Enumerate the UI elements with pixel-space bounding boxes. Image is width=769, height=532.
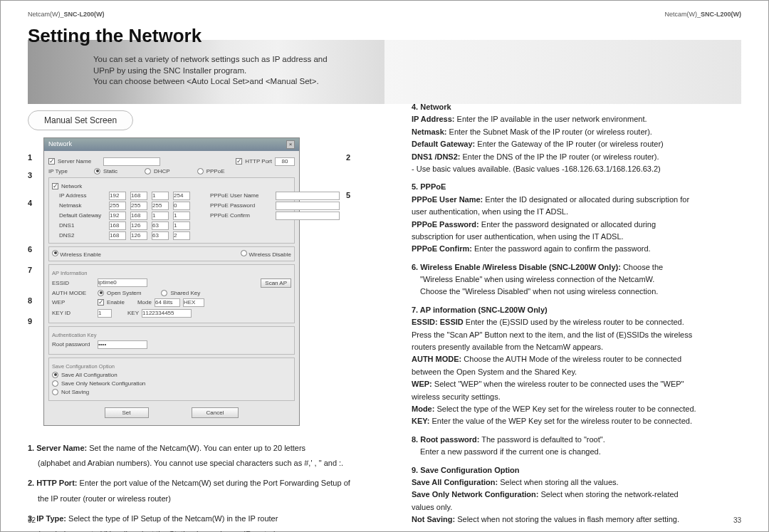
save-config-panel: Save Configuration Option Save All Confi…	[48, 358, 295, 401]
ip-addr-t: Enter the IP available in the user netwo…	[455, 115, 647, 123]
wireless-disable-label: Wireless Disable	[249, 251, 291, 258]
callout-1: 1	[28, 149, 39, 167]
hex-select[interactable]: HEX	[183, 298, 204, 307]
ppw-t: Enter the password designated or allocat…	[479, 220, 656, 229]
d2-oct2[interactable]: 126	[130, 231, 147, 240]
essid-input[interactable]: iptime0	[98, 278, 147, 287]
gateway-t: Enter the Gateway of the IP router (or w…	[475, 140, 664, 148]
model-name-r: SNC-L200(W)	[701, 11, 741, 18]
d2-oct3[interactable]: 63	[152, 231, 169, 240]
d2-oct4[interactable]: 2	[173, 231, 190, 240]
cancel-button[interactable]: Cancel	[192, 407, 239, 418]
dns2-label: DNS2	[59, 232, 108, 239]
wireless-disable-radio[interactable]	[241, 250, 247, 256]
d1-oct3[interactable]: 63	[152, 221, 169, 230]
keyid-label: KEY ID	[52, 310, 95, 316]
gw-oct4[interactable]: 1	[173, 212, 190, 220]
brand-r: Netcam(W)_	[664, 11, 701, 18]
pun-cont: user authentication, when using the IT A…	[412, 207, 741, 217]
key-t2: Enter the value of the WEP Key set for t…	[429, 417, 692, 425]
sec8-line2: Enter a new password if the current one …	[420, 447, 741, 457]
ip-oct3[interactable]: 1	[152, 192, 169, 200]
wireless-enable-radio[interactable]	[52, 250, 58, 256]
pppoe-user-input[interactable]	[276, 192, 340, 200]
pppoe-pw-input[interactable]	[276, 202, 340, 210]
callout-6: 6	[28, 241, 39, 259]
keyid-select[interactable]: 1	[98, 309, 112, 318]
ip-addr-b: IP Address:	[412, 115, 455, 123]
http-port-label: HTTP Port	[245, 158, 272, 165]
http-port-checkbox[interactable]	[236, 158, 242, 165]
not-saving-radio[interactable]	[52, 389, 58, 395]
mode-select[interactable]: 64 Bits	[155, 298, 180, 307]
sec6-line2: "Wireless Enable" when using wireless co…	[420, 274, 741, 285]
sec8-head-b: 8. Root password:	[412, 435, 479, 444]
dialog-titlebar: Network ×	[44, 138, 299, 151]
server-name-input[interactable]	[103, 157, 160, 166]
dns1-label: DNS1	[59, 222, 108, 229]
d1-oct1[interactable]: 168	[109, 221, 126, 230]
inst1-bold: 1. Server Name:	[28, 444, 87, 452]
gw-oct1[interactable]: 192	[109, 212, 126, 220]
essid-cont1: Press the "Scan AP" Button next to the i…	[412, 330, 741, 340]
gw-oct3[interactable]: 1	[152, 212, 169, 220]
dialog-title: Network	[48, 140, 72, 149]
close-icon[interactable]: ×	[286, 140, 295, 149]
ip-oct1[interactable]: 192	[109, 192, 126, 200]
sonly-cont: values only.	[412, 502, 741, 513]
scan-ap-button[interactable]: Scan AP	[261, 278, 291, 288]
instructions-left: 1. Server Name: Set the name of the Netc…	[28, 443, 357, 532]
static-radio[interactable]	[94, 168, 100, 174]
pcf-b: PPPoE Confirm:	[412, 244, 472, 253]
nm-oct1[interactable]: 255	[109, 202, 126, 210]
essid-b2: ESSID: ESSID	[412, 318, 464, 326]
save-only-radio[interactable]	[52, 380, 58, 387]
pppoe-cf-input[interactable]	[276, 212, 340, 220]
open-system-label: Open System	[107, 290, 141, 296]
title-background-right	[384, 40, 741, 104]
wep-enable-checkbox[interactable]	[98, 299, 104, 306]
left-header: Netcam(W)_SNC-L200(W)	[28, 11, 357, 18]
pun-t: Enter the ID designated or allocated dur…	[483, 195, 689, 204]
ip-oct2[interactable]: 168	[130, 192, 147, 200]
d1-oct2[interactable]: 126	[130, 221, 147, 230]
auth-key-panel: Authentication Key Root password••••	[48, 326, 295, 355]
nm-oct2[interactable]: 255	[130, 202, 147, 210]
ppw-b: PPPoE Password:	[412, 220, 479, 229]
network-label: Network	[61, 183, 82, 189]
auth-b: AUTH MODE:	[412, 355, 461, 363]
dhcp-radio[interactable]	[145, 168, 151, 174]
nm-oct4[interactable]: 0	[173, 202, 190, 210]
pppoe-label: PPPoE	[206, 168, 225, 174]
d2-oct1[interactable]: 168	[109, 231, 126, 240]
ip-type-label: IP Type	[48, 168, 91, 174]
auth-key-title: Authentication Key	[52, 332, 291, 338]
ppw-cont: subscription for user authentication, wh…	[412, 231, 741, 242]
screenshot-with-callouts: 1 3 4 6 7 8 9 Network ×	[28, 137, 357, 426]
netmask-t: Enter the Subnet Mask of the IP router (…	[447, 127, 652, 136]
shared-key-radio[interactable]	[161, 290, 167, 296]
save-config-title: Save Configuration Option	[52, 363, 291, 370]
nm-oct3[interactable]: 255	[152, 202, 169, 210]
page-number-right: 33	[733, 516, 741, 524]
sub-line1: You can set a variety of network setting…	[93, 55, 328, 63]
auth-t: Choose the AUTH Mode of the wireless rou…	[461, 355, 681, 363]
wep-cont: wireless security settings.	[412, 392, 741, 402]
open-system-radio[interactable]	[98, 290, 104, 296]
d1-oct4[interactable]: 1	[173, 221, 190, 230]
gw-oct2[interactable]: 168	[130, 212, 147, 220]
save-all-radio[interactable]	[52, 372, 58, 378]
instructions-right: 4. Network IP Address: Enter the IP avai…	[412, 102, 741, 526]
static-label: Static	[103, 168, 117, 174]
key-input[interactable]: 1122334455	[142, 309, 192, 318]
http-port-input[interactable]: 80	[275, 157, 295, 166]
pppoe-radio[interactable]	[197, 168, 204, 174]
set-button[interactable]: Set	[105, 407, 149, 418]
network-checkbox[interactable]	[52, 183, 58, 189]
server-name-checkbox[interactable]	[48, 158, 55, 165]
root-pw-input[interactable]: ••••	[98, 340, 147, 349]
pun-b: PPPoE User Name:	[412, 195, 483, 204]
callouts-left: 1 3 4 6 7 8 9	[28, 137, 39, 330]
mode-t: Select the type of the WEP Key set for t…	[434, 405, 696, 413]
ip-oct4[interactable]: 254	[173, 192, 190, 200]
